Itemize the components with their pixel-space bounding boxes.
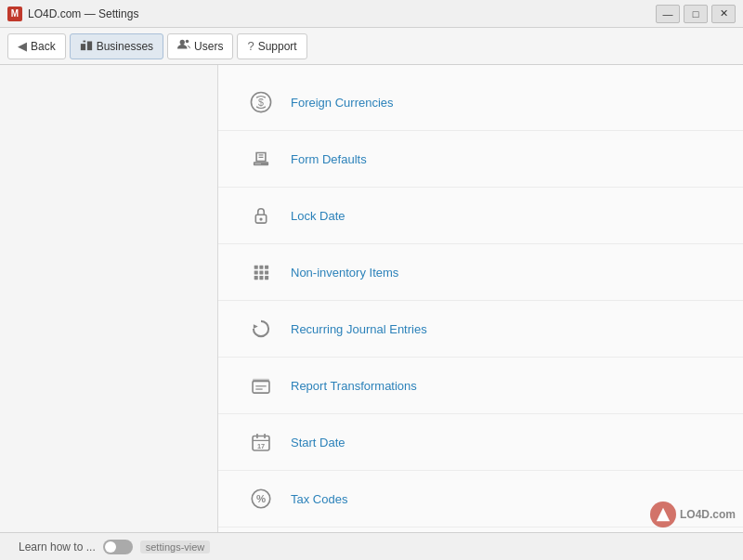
svg-rect-1 <box>87 42 92 51</box>
bottom-bar: Learn how to ... settings-view LO4D.com <box>0 532 743 560</box>
svg-point-4 <box>186 40 189 44</box>
svg-rect-16 <box>254 270 258 274</box>
back-button[interactable]: ◀ Back <box>7 33 66 59</box>
svg-rect-19 <box>254 276 258 280</box>
report-transformations-label: Report Transformations <box>291 379 417 393</box>
svg-rect-18 <box>265 270 268 274</box>
svg-rect-21 <box>265 276 268 280</box>
minimize-button[interactable]: — <box>656 5 680 23</box>
svg-point-3 <box>180 40 185 45</box>
window-controls: — □ ✕ <box>656 5 736 23</box>
svg-text:17: 17 <box>257 442 265 450</box>
lock-date-icon <box>246 201 276 230</box>
svg-rect-23 <box>253 381 269 393</box>
svg-marker-22 <box>254 324 258 329</box>
settings-item-non-inventory[interactable]: Non-inventory Items <box>218 244 743 301</box>
settings-tag: settings-view <box>140 540 211 553</box>
lock-date-label: Lock Date <box>291 209 345 223</box>
watermark-logo <box>650 501 676 527</box>
svg-text:%: % <box>256 493 266 504</box>
users-icon <box>177 38 190 54</box>
non-inventory-label: Non-inventory Items <box>291 266 398 280</box>
report-transformations-icon <box>246 371 276 400</box>
settings-item-form-defaults[interactable]: Form Defaults <box>218 131 743 188</box>
back-label: Back <box>31 40 56 53</box>
titlebar: M LO4D.com — Settings — □ ✕ <box>0 0 743 28</box>
settings-list: $ Foreign Currencies <box>218 65 743 532</box>
foreign-currencies-icon: $ <box>246 87 276 117</box>
start-date-icon: 17 <box>246 427 276 457</box>
back-icon: ◀ <box>18 39 27 53</box>
titlebar-left: M LO4D.com — Settings <box>7 7 138 21</box>
watermark-text: LO4D.com <box>680 508 736 521</box>
tax-codes-label: Tax Codes <box>291 492 347 506</box>
svg-rect-20 <box>259 276 263 280</box>
recurring-journal-icon <box>246 314 276 344</box>
svg-rect-15 <box>265 266 268 269</box>
support-label: Support <box>258 40 297 53</box>
form-defaults-label: Form Defaults <box>291 152 367 166</box>
sidebar <box>0 65 218 532</box>
svg-marker-36 <box>657 508 670 521</box>
svg-text:$: $ <box>258 97 264 108</box>
settings-item-lock-date[interactable]: Lock Date <box>218 188 743 244</box>
settings-item-report-transformations[interactable]: Report Transformations <box>218 358 743 414</box>
recurring-journal-label: Recurring Journal Entries <box>291 322 427 336</box>
form-defaults-icon <box>246 144 276 174</box>
svg-rect-24 <box>253 379 269 383</box>
non-inventory-icon <box>246 257 276 287</box>
businesses-label: Businesses <box>97 40 153 53</box>
svg-rect-0 <box>81 44 85 50</box>
support-icon: ? <box>247 39 254 53</box>
foreign-currencies-label: Foreign Currencies <box>291 96 394 110</box>
svg-rect-13 <box>254 266 258 269</box>
svg-point-12 <box>259 217 262 220</box>
close-button[interactable]: ✕ <box>711 5 736 23</box>
watermark: LO4D.com <box>650 501 736 527</box>
app-icon: M <box>7 7 22 21</box>
svg-rect-2 <box>83 41 85 43</box>
start-date-label: Start Date <box>291 436 345 449</box>
settings-content: $ Foreign Currencies <box>218 65 743 532</box>
users-button[interactable]: Users <box>167 33 233 59</box>
window-title: LO4D.com — Settings <box>28 7 138 20</box>
users-label: Users <box>194 40 223 53</box>
toolbar: ◀ Back Businesses Users ? Support <box>0 28 743 65</box>
settings-item-recurring-journal[interactable]: Recurring Journal Entries <box>218 301 743 358</box>
svg-rect-8 <box>255 163 262 164</box>
businesses-icon <box>80 38 93 54</box>
learn-label: Learn how to ... <box>19 540 96 553</box>
businesses-button[interactable]: Businesses <box>70 33 163 59</box>
support-button[interactable]: ? Support <box>237 33 306 59</box>
learn-toggle[interactable] <box>103 540 133 554</box>
svg-rect-17 <box>259 270 263 274</box>
main-layout: $ Foreign Currencies <box>0 65 743 532</box>
tax-codes-icon: % <box>246 484 276 514</box>
settings-item-start-date[interactable]: 17 Start Date <box>218 414 743 471</box>
maximize-button[interactable]: □ <box>684 5 708 23</box>
svg-rect-14 <box>259 266 263 269</box>
settings-item-foreign-currencies[interactable]: $ Foreign Currencies <box>218 74 743 131</box>
